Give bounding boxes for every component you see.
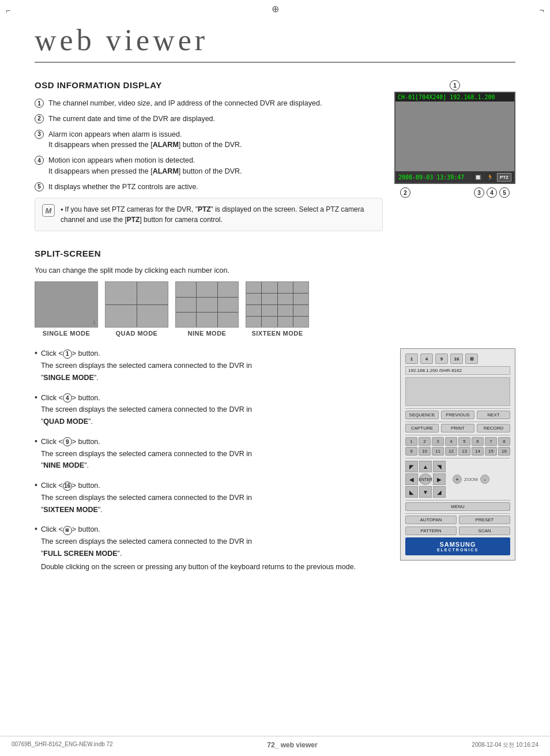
remote-num-12[interactable]: 12 — [445, 447, 457, 456]
remote-record-btn[interactable]: RECORD — [477, 424, 510, 432]
motion-icon-box: 🏃 — [485, 172, 495, 182]
remote-menu-btn[interactable]: MENU — [405, 502, 510, 511]
remote-action-row: CAPTURE PRINT RECORD — [405, 424, 510, 432]
remote-btn-4[interactable]: 4 — [420, 353, 433, 364]
osd-screen-bottom: 2008-09-03 13:39:47 🔲 🏃 PTZ — [395, 171, 514, 183]
remote-ptz-downright[interactable]: ◢ — [433, 486, 446, 498]
osd-item-text-1: The channel number, video size, and IP a… — [48, 98, 322, 109]
mode-nine: NINE MODE — [175, 281, 239, 337]
remote-num-14[interactable]: 14 — [472, 447, 484, 456]
osd-num-2: 2 — [35, 114, 44, 123]
remote-next-btn[interactable]: NEXT — [477, 411, 510, 419]
remote-ptz-grid: ◤ ▲ ◥ ◀ ENTER ▶ ◣ ▼ ◢ — [405, 461, 446, 498]
remote-ptz-upright[interactable]: ◥ — [433, 461, 446, 472]
corner-mark-tr: ¬ — [540, 6, 544, 15]
remote-zoom-label: ZOOM — [464, 477, 478, 482]
osd-screen-wrapper: 1 CH-01[704X240] 192.168.1.200 2008-09-0… — [394, 80, 515, 215]
osd-left-content: OSD INFORMATION DISPLAY 1 The channel nu… — [35, 80, 383, 231]
remote-seq-btn[interactable]: SEQUENCE — [405, 411, 439, 419]
callout-num-5: 5 — [499, 187, 510, 198]
quad-cell — [137, 282, 168, 304]
remote-btn-fullscreen[interactable]: ⊞ — [465, 353, 478, 364]
remote-num-6[interactable]: 6 — [472, 437, 484, 446]
btn-quad: 4 — [63, 393, 72, 403]
osd-num-5: 5 — [35, 182, 44, 191]
remote-ptz-left[interactable]: ◀ — [405, 473, 418, 485]
quad-cell — [137, 305, 168, 328]
corner-mark-tl: ⌐ — [6, 6, 10, 15]
callout-num-1: 1 — [450, 80, 460, 91]
ptz-label: PTZ — [497, 173, 511, 182]
remote-num-7[interactable]: 7 — [485, 437, 497, 446]
footer-left: 00769B_SHR-8162_ENG-NEW.indb 72 — [12, 741, 113, 749]
remote-num-16[interactable]: 16 — [498, 447, 510, 456]
samsung-brand-sub: ELECTRONICS — [409, 548, 507, 552]
remote-menu-row: MENU — [405, 502, 510, 511]
crosshair-icon: ⊕ — [272, 3, 279, 14]
osd-num-3: 3 — [35, 130, 44, 139]
remote-autopan-btn[interactable]: AUTOPAN — [405, 516, 457, 524]
remote-scan-btn[interactable]: SCAN — [459, 526, 510, 535]
remote-ptz-up[interactable]: ▲ — [419, 461, 432, 472]
remote-capture-btn[interactable]: CAPTURE — [405, 424, 439, 432]
remote-preset-btn[interactable]: PRESET — [459, 516, 510, 524]
remote-num-8[interactable]: 8 — [498, 437, 510, 446]
page-label: 72_ web viewer — [267, 741, 317, 749]
remote-num-5[interactable]: 5 — [458, 437, 470, 446]
osd-channel-bar: CH-01[704X240] 192.168.1.200 — [395, 93, 514, 101]
mode-quad: QUAD MODE — [105, 281, 168, 337]
remote-nav-row: SEQUENCE PREVIOUS NEXT — [405, 411, 510, 419]
remote-ptz-upleft[interactable]: ◤ — [405, 461, 418, 472]
remote-btn-16[interactable]: 16 — [450, 353, 463, 364]
osd-list: 1 The channel number, video size, and IP… — [35, 98, 383, 192]
remote-zoom-in[interactable]: + — [453, 475, 462, 484]
remote-ptz-enter[interactable]: ENTER — [419, 473, 432, 485]
remote-prev-btn[interactable]: PREVIOUS — [441, 411, 474, 419]
remote-pattern-btn[interactable]: PATTERN — [405, 526, 457, 535]
mode-single: 1 SINGLE MODE — [35, 281, 98, 337]
list-item: 4 Motion icon appears when motion is det… — [35, 155, 383, 177]
remote-num-10[interactable]: 10 — [419, 447, 431, 456]
remote-pattern-row: PATTERN SCAN — [405, 526, 510, 535]
remote-divider-2 — [405, 422, 510, 422]
osd-item-text-2: The current date and time of the DVR are… — [48, 114, 215, 125]
osd-item-text-3: Alarm icon appears when alarm is issued.… — [48, 129, 242, 151]
osd-right-content: 1 CH-01[704X240] 192.168.1.200 2008-09-0… — [394, 80, 515, 231]
remote-num-4[interactable]: 4 — [445, 437, 457, 446]
remote-address: 192.168.1.200 /SHR-8162 — [405, 366, 510, 375]
remote-ptz-right[interactable]: ▶ — [433, 473, 446, 485]
remote-ptz-downleft[interactable]: ◣ — [405, 486, 418, 498]
bullet-nine: • Click <9> button. The screen displays … — [35, 437, 389, 472]
remote-btn-9[interactable]: 9 — [435, 353, 448, 364]
single-thumb: 1 — [35, 281, 98, 328]
list-item: 3 Alarm icon appears when alarm is issue… — [35, 129, 383, 151]
list-item: 1 The channel number, video size, and IP… — [35, 98, 383, 109]
remote-num-13[interactable]: 13 — [458, 447, 470, 456]
remote-zoom-row: + ZOOM - — [453, 475, 489, 484]
remote-num-9[interactable]: 9 — [405, 447, 417, 456]
remote-num-1[interactable]: 1 — [405, 437, 417, 446]
remote-ptz-down[interactable]: ▼ — [419, 486, 432, 498]
remote-num-11[interactable]: 11 — [432, 447, 444, 456]
remote-btn-1[interactable]: 1 — [405, 353, 418, 364]
note-text: ▪ If you have set PTZ cameras for the DV… — [61, 204, 375, 225]
osd-channel-info: CH-01[704X240] 192.168.1.200 — [398, 94, 495, 100]
remote-num-2[interactable]: 2 — [419, 437, 431, 446]
remote-autopan-row: AUTOPAN PRESET — [405, 516, 510, 524]
osd-item-text-5: It displays whether the PTZ controls are… — [48, 182, 198, 193]
btn-nine: 9 — [63, 437, 72, 446]
mode-sixteen: SIXTEEN MODE — [246, 281, 309, 337]
osd-num-4: 4 — [35, 156, 44, 165]
sixteen-mode-label: SIXTEEN MODE — [251, 330, 303, 337]
list-item: 5 It displays whether the PTZ controls a… — [35, 182, 383, 193]
remote-num-15[interactable]: 15 — [485, 447, 497, 456]
bottom-callouts: 2 3 4 5 — [394, 185, 515, 198]
remote-zoom-out[interactable]: - — [480, 475, 489, 484]
remote-print-btn[interactable]: PRINT — [441, 424, 474, 432]
lower-content: • Click <1> button. The screen displays … — [35, 348, 515, 581]
quad-cell — [106, 305, 137, 328]
bullet-quad: • Click <4> button. The screen displays … — [35, 393, 389, 428]
bullet-single: • Click <1> button. The screen displays … — [35, 348, 389, 384]
sixteen-thumb — [246, 281, 309, 328]
remote-num-3[interactable]: 3 — [432, 437, 444, 446]
